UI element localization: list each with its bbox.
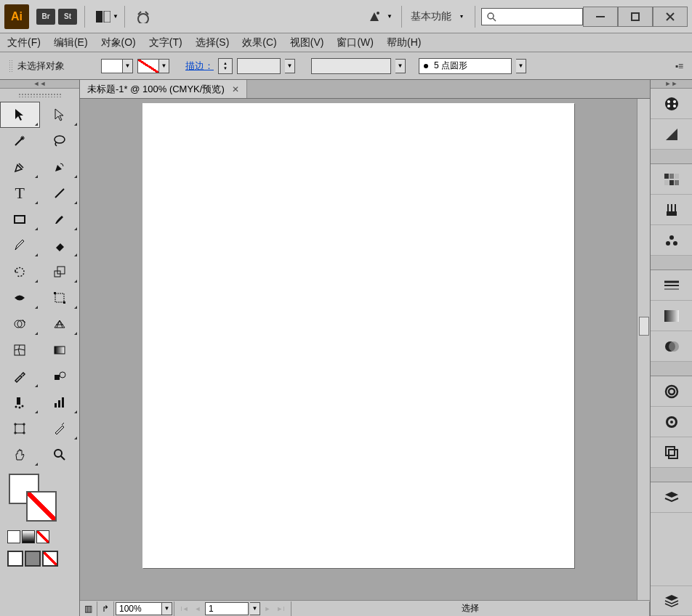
magic-wand-tool[interactable] — [0, 128, 40, 154]
menu-view[interactable]: 视图(V) — [290, 36, 324, 49]
vertical-scrollbar[interactable] — [637, 99, 650, 600]
rectangle-tool[interactable] — [0, 206, 40, 232]
artboard-dropdown[interactable]: ▼ — [250, 602, 260, 615]
blend-tool[interactable] — [40, 363, 80, 389]
menu-object[interactable]: 对象(O) — [101, 36, 136, 49]
pencil-tool[interactable] — [0, 232, 40, 259]
color-mode-gradient[interactable] — [22, 530, 35, 543]
free-transform-tool[interactable] — [40, 285, 80, 311]
menu-type[interactable]: 文字(T) — [149, 36, 182, 49]
fill-swatch[interactable] — [101, 59, 123, 73]
lasso-tool[interactable] — [40, 128, 80, 154]
right-collapse-button[interactable]: ►► — [651, 80, 692, 89]
stroke-swatch[interactable] — [137, 59, 159, 73]
menu-help[interactable]: 帮助(H) — [387, 36, 421, 49]
stroke-color[interactable] — [26, 491, 57, 522]
swatches-panel-icon[interactable] — [651, 164, 692, 195]
brush-dropdown[interactable]: ▼ — [516, 59, 526, 73]
artboard-number-input[interactable]: 1 — [205, 602, 249, 615]
artboard[interactable] — [142, 103, 574, 568]
stroke-weight-input[interactable] — [237, 58, 281, 74]
cc-libraries-panel-icon[interactable] — [651, 376, 692, 407]
shape-builder-tool[interactable] — [0, 311, 40, 337]
transparency-panel-icon[interactable] — [651, 331, 692, 362]
arrange-dropdown-icon[interactable]: ▼ — [113, 13, 118, 20]
brush-definition[interactable]: 5 点圆形 — [419, 58, 512, 74]
appearance-panel-icon[interactable] — [651, 407, 692, 437]
zoom-dropdown[interactable]: ▼ — [162, 602, 172, 615]
eyedropper-tool[interactable] — [0, 363, 40, 389]
menu-effect[interactable]: 效果(C) — [242, 36, 276, 49]
tools-grip[interactable] — [0, 89, 79, 102]
scrollbar-thumb[interactable] — [639, 317, 649, 336]
symbols-panel-icon[interactable] — [651, 225, 692, 256]
canvas[interactable] — [80, 99, 637, 600]
curvature-tool[interactable] — [40, 154, 80, 180]
stroke-dropdown[interactable]: ▼ — [159, 59, 169, 73]
workspace-dropdown-icon[interactable]: ▾ — [460, 13, 463, 20]
prev-artboard-icon[interactable]: ◄ — [192, 603, 204, 615]
stroke-label-link[interactable]: 描边： — [185, 60, 214, 73]
selection-tool[interactable] — [0, 102, 40, 128]
artboard-tool[interactable] — [0, 416, 40, 442]
layers-panel-icon[interactable] — [651, 482, 692, 513]
stock-button[interactable]: St — [58, 9, 77, 25]
bridge-button[interactable]: Br — [36, 9, 55, 25]
gpu-performance-icon[interactable] — [134, 9, 153, 25]
paintbrush-tool[interactable] — [40, 206, 80, 232]
menu-window[interactable]: 窗口(W) — [337, 36, 374, 49]
color-mode-solid[interactable] — [7, 530, 20, 543]
artboards-panel-icon[interactable] — [651, 585, 692, 616]
scale-tool[interactable] — [40, 259, 80, 285]
stroke-weight-stepper[interactable]: ▲▼ — [218, 58, 233, 74]
gradient-panel-icon[interactable] — [651, 301, 692, 331]
fill-stroke-proxy[interactable] — [7, 472, 72, 526]
search-input[interactable] — [481, 8, 583, 25]
eraser-tool[interactable] — [40, 232, 80, 259]
first-artboard-icon[interactable]: I◄ — [179, 603, 190, 615]
color-mode-none[interactable] — [36, 530, 49, 543]
next-artboard-icon[interactable]: ► — [262, 603, 273, 615]
menu-edit[interactable]: 编辑(E) — [54, 36, 88, 49]
menu-file[interactable]: 文件(F) — [7, 36, 41, 49]
color-guide-panel-icon[interactable] — [651, 119, 692, 150]
close-tab-icon[interactable]: ✕ — [232, 84, 239, 94]
zoom-level-input[interactable]: 100% — [116, 602, 162, 615]
fill-dropdown[interactable]: ▼ — [123, 59, 133, 73]
pen-tool[interactable] — [0, 154, 40, 180]
hand-tool[interactable] — [0, 442, 40, 468]
direct-selection-tool[interactable] — [40, 102, 80, 128]
brushes-panel-icon[interactable] — [651, 195, 692, 225]
mesh-tool[interactable] — [0, 337, 40, 363]
workspace-switcher[interactable]: 基本功能 — [411, 10, 451, 23]
rotate-tool[interactable] — [0, 259, 40, 285]
status-icon-1[interactable]: ▥ — [80, 601, 97, 616]
column-graph-tool[interactable] — [40, 389, 80, 416]
color-panel-icon[interactable] — [651, 89, 692, 119]
symbol-sprayer-tool[interactable] — [0, 389, 40, 416]
arrange-documents-icon[interactable] — [94, 9, 113, 25]
variable-width-profile[interactable] — [311, 58, 391, 74]
notification-icon[interactable] — [365, 9, 384, 25]
variable-width-dropdown[interactable]: ▼ — [395, 59, 406, 73]
stroke-panel-icon[interactable] — [651, 270, 692, 301]
draw-behind[interactable] — [25, 551, 41, 567]
last-artboard-icon[interactable]: ►I — [275, 603, 286, 615]
control-flyout-icon[interactable]: ▪≡ — [675, 61, 683, 71]
line-segment-tool[interactable] — [40, 180, 80, 206]
perspective-grid-tool[interactable] — [40, 311, 80, 337]
slice-tool[interactable] — [40, 416, 80, 442]
menu-select[interactable]: 选择(S) — [196, 36, 230, 49]
minimize-button[interactable] — [583, 7, 618, 27]
tools-collapse-button[interactable]: ◄◄ — [0, 80, 79, 89]
type-tool[interactable]: T — [0, 180, 40, 206]
width-tool[interactable] — [0, 285, 40, 311]
gradient-tool[interactable] — [40, 337, 80, 363]
stroke-weight-dropdown[interactable]: ▼ — [285, 59, 295, 73]
close-button[interactable] — [653, 7, 688, 27]
graphic-styles-panel-icon[interactable] — [651, 437, 692, 468]
draw-inside[interactable] — [42, 551, 58, 567]
document-tab[interactable]: 未标题-1* @ 100% (CMYK/预览) ✕ — [80, 80, 247, 98]
zoom-tool[interactable] — [40, 442, 80, 468]
draw-normal[interactable] — [7, 551, 23, 567]
